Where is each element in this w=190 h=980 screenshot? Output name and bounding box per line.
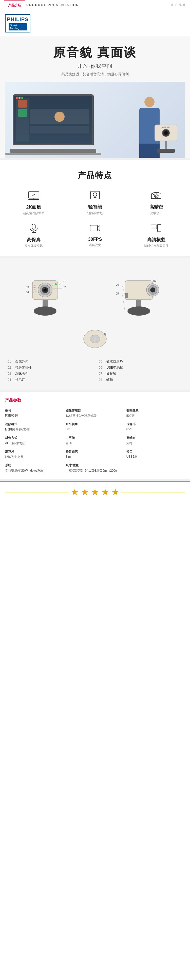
part-label-08: 螺母	[106, 377, 113, 382]
part-num-03: 03	[8, 372, 14, 375]
svg-text:07: 07	[153, 279, 156, 282]
spec-label: 对焦方式	[5, 436, 63, 440]
camera-lens-hero	[162, 129, 170, 137]
features-section: 产品特点 2K 2K画质 超高清视频通话	[0, 160, 190, 256]
tab-product-intro[interactable]: 产品介绍	[4, 0, 25, 10]
spec-item: 型号PSE0520	[5, 409, 63, 418]
part-item-02: 02 镜头装饰件	[8, 365, 91, 370]
feature-precision: 高精密 光学镜头	[128, 189, 185, 215]
hero-image: PHILIPS	[5, 82, 185, 158]
spec-value: 65dB	[127, 428, 185, 431]
spec-item: 图像传感器1/2.8英寸CMOS传感器	[66, 409, 124, 418]
spec-value: （宽X高X深）54.1X93.8X65mm/200g	[66, 469, 124, 473]
svg-rect-17	[151, 225, 157, 229]
mic-icon	[28, 223, 40, 233]
spec-label: 水平视角	[66, 422, 124, 426]
svg-text:2K: 2K	[32, 193, 35, 196]
camera-stand-hero	[165, 141, 167, 149]
part-label-06: USB电源线	[106, 365, 123, 370]
divider-4	[0, 479, 190, 481]
svg-line-50	[122, 286, 125, 295]
part-num-02: 02	[8, 366, 14, 369]
part-num-04: 04	[8, 378, 14, 382]
svg-point-26	[35, 285, 35, 286]
laptop-screen	[13, 94, 94, 145]
part-num-01: 01	[8, 360, 14, 363]
spec-label: 接口	[127, 450, 185, 454]
spec-item: 信噪比65dB	[127, 422, 185, 432]
spec-value: 500万	[127, 414, 185, 418]
feature-smart: 轻智能 人像自动对焦	[66, 189, 124, 215]
spec-label: 信噪比	[127, 422, 185, 426]
svg-point-11	[155, 195, 157, 197]
sidebar-icon-2	[18, 109, 27, 117]
parts-section: 01 02 03 04 05 06 07	[0, 258, 190, 390]
camera-diagram-left: 01 02 03 04	[25, 268, 76, 324]
svg-point-12	[153, 194, 154, 195]
spec-value: 1/2.8英寸CMOS传感器	[66, 414, 124, 418]
svg-line-33	[58, 282, 62, 286]
hd-icon	[150, 223, 162, 233]
spec-value: 88°	[66, 428, 124, 431]
spec-item: 对焦方式AF（自动对焦）	[5, 436, 63, 445]
sidebar-icon-1	[18, 100, 27, 108]
divider-3	[0, 390, 190, 392]
spec-item: 白平衡自动	[66, 436, 124, 445]
spec-value: PSE0520	[5, 414, 63, 417]
part-label-01: 金属外壳	[15, 359, 28, 364]
star-icon: ★	[91, 487, 99, 498]
top-navigation: 产品介绍 PRODUCT PRESENTATION 追·求·品·质	[0, 0, 190, 10]
feature-2k: 2K 2K画质 超高清视频通话	[5, 189, 62, 215]
svg-line-48	[122, 294, 125, 311]
camera-diagram-screw: 08	[80, 326, 110, 354]
spec-value: 支持	[127, 441, 185, 445]
feature-hifi-name: 高保真	[27, 237, 41, 243]
feature-fps: 30FPS 流畅视觉	[66, 221, 124, 248]
part-label-07: 旋转轴	[106, 371, 116, 376]
nav-center-title: PRODUCT PRESENTATION	[26, 3, 79, 7]
svg-rect-18	[158, 224, 161, 232]
part-item-03: 03 双咪头孔	[8, 371, 91, 376]
camera-base-hero	[157, 149, 175, 153]
star-icon: ★	[111, 487, 119, 498]
spec-value: MJPEG@2K/30帧	[5, 428, 63, 432]
nav-right-label: 追·求·品·质	[171, 3, 186, 7]
feature-precision-desc: 光学镜头	[150, 211, 162, 215]
feature-precision-name: 高精密	[149, 204, 163, 210]
part-item-04: 04 指示灯	[8, 377, 91, 382]
part-num-05: 05	[99, 360, 105, 363]
feature-hd-rotate-desc: 随时切换高双同屏	[144, 244, 168, 248]
part-num-08: 08	[99, 378, 105, 382]
spec-label: 型号	[5, 409, 63, 413]
smart-meeting-badge: Smart Meeting	[9, 23, 27, 30]
spec-value: 3 m	[66, 455, 124, 458]
svg-point-46	[127, 307, 150, 316]
fps-icon	[89, 223, 101, 233]
feature-fps-name: 30FPS	[88, 237, 102, 242]
spec-item: 拾音距离3 m	[66, 450, 124, 459]
svg-text:08: 08	[103, 332, 106, 336]
svg-point-31	[34, 307, 57, 316]
spec-item: 有效像素500万	[127, 409, 185, 418]
spec-item: 水平视角88°	[66, 422, 124, 432]
feature-2k-icon-wrap: 2K	[25, 189, 42, 202]
feature-hd-rotate-name: 高清横竖	[147, 237, 165, 243]
spec-label: 有效像素	[127, 409, 185, 413]
star-icon: ★	[71, 487, 79, 498]
camera-lens-inner	[164, 131, 168, 135]
feature-hifi-desc: 双立体麦克风	[25, 244, 43, 248]
parts-list: 01 金属外壳 05 硅胶防滑垫 02 镜头装饰件 06 USB电源线 03 双…	[5, 359, 185, 382]
philips-brand-name: PHILIPS	[7, 16, 28, 22]
feature-hifi-icon-wrap	[25, 221, 42, 235]
svg-text:05: 05	[116, 292, 119, 295]
part-label-02: 镜头装饰件	[15, 365, 32, 370]
spec-item: 宽动态支持	[127, 436, 185, 445]
stars-line-right	[121, 492, 185, 492]
spec-label: 尺寸/重量	[66, 463, 124, 468]
spec-value: AF（自动对焦）	[5, 441, 63, 445]
diagram-svg-wrap: 01 02 03 04 05 06 07	[5, 266, 185, 326]
spec-item: 接口USB2.0	[127, 450, 185, 459]
part-num-06: 06	[99, 366, 105, 369]
part-item-06: 06 USB电源线	[99, 365, 182, 370]
svg-text:04: 04	[26, 291, 29, 294]
